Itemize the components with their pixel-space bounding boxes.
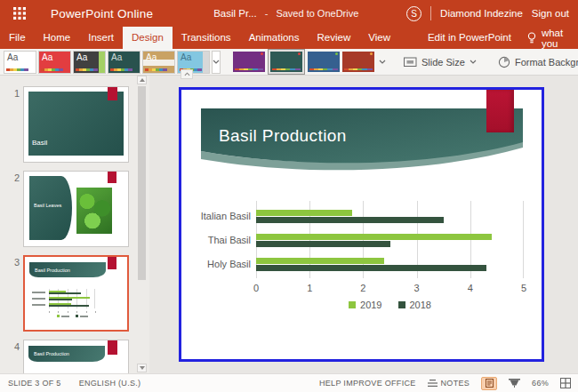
bar-2019-0 bbox=[256, 210, 352, 216]
variant-purple-variant[interactable] bbox=[233, 52, 265, 72]
format-background-button[interactable]: Format Background bbox=[494, 56, 578, 68]
editing-view-icon bbox=[486, 379, 494, 388]
help-improve-office-link[interactable]: HELP IMPROVE OFFICE bbox=[319, 379, 416, 388]
slide-thumbnail-panel: 1 Basil 2 Basil Leaves 3 bbox=[0, 76, 149, 373]
tab-home[interactable]: Home bbox=[35, 27, 80, 49]
title-separator: - bbox=[265, 8, 269, 19]
bar-2018-2 bbox=[49, 305, 89, 307]
category-label: Holy Basil bbox=[181, 259, 251, 269]
fit-to-window-icon bbox=[560, 378, 571, 388]
slide-3-editing-surface[interactable]: Basil Production Italian BasilThai Basil… bbox=[181, 90, 542, 359]
triangle-up-icon bbox=[140, 78, 145, 82]
slide-title-placeholder[interactable]: Basil Production bbox=[219, 126, 347, 146]
scroll-up-button[interactable] bbox=[137, 76, 147, 84]
theme-color-dots bbox=[110, 68, 132, 71]
legend-item-2019 bbox=[57, 315, 69, 317]
fit-to-window-button[interactable] bbox=[560, 378, 571, 388]
x-axis-tick: 1 bbox=[299, 283, 320, 293]
variants-dropdown-button[interactable] bbox=[379, 60, 386, 64]
tab-file[interactable]: File bbox=[0, 27, 35, 49]
variant-color-dots bbox=[344, 68, 373, 70]
document-title[interactable]: Basil Pr... bbox=[213, 8, 257, 19]
theme-office-theme[interactable]: Aa bbox=[4, 51, 36, 74]
variant-color-dots bbox=[309, 68, 338, 70]
bar-chart-object[interactable]: Italian BasilThai BasilHoly Basil0123452… bbox=[181, 201, 542, 321]
lightbulb-icon bbox=[527, 32, 536, 44]
variant-corner-dot bbox=[370, 52, 373, 55]
chart-plot-area bbox=[49, 289, 95, 308]
thumb4-title-banner: Basil Production bbox=[28, 346, 105, 362]
theme-aa-label: Aa bbox=[76, 52, 87, 62]
tab-transitions[interactable]: Transitions bbox=[173, 27, 240, 49]
variant-gallery bbox=[233, 49, 374, 75]
skype-icon[interactable]: S bbox=[406, 6, 421, 21]
variant-blue-variant[interactable] bbox=[308, 52, 340, 72]
variant-selected-frame bbox=[268, 49, 305, 75]
legend-swatch bbox=[76, 315, 78, 317]
topbar: PowerPoint Online Basil Pr... - Saved to… bbox=[0, 0, 578, 27]
slide-thumbnail-1[interactable]: Basil bbox=[23, 86, 129, 163]
sign-out-link[interactable]: Sign out bbox=[532, 8, 569, 19]
edit-in-powerpoint-button[interactable]: Edit in PowerPoint bbox=[419, 27, 520, 49]
theme-accent-band bbox=[99, 52, 105, 73]
slide-thumbnail-3-selected[interactable]: Basil Production bbox=[23, 255, 129, 332]
scrollbar-thumb[interactable] bbox=[138, 86, 146, 280]
workspace: 1 Basil 2 Basil Leaves 3 bbox=[0, 76, 578, 373]
tab-view[interactable]: View bbox=[359, 27, 399, 49]
notes-icon bbox=[428, 380, 438, 388]
category-label: Italian Basil bbox=[181, 211, 251, 221]
save-status[interactable]: Saved to OneDrive bbox=[276, 8, 358, 19]
thumb4-title: Basil Production bbox=[34, 351, 69, 356]
app-launcher-icon[interactable] bbox=[13, 7, 26, 20]
thumb-axis-tick bbox=[68, 311, 68, 313]
category-label: Thai Basil bbox=[181, 235, 251, 245]
variant-teal-variant[interactable] bbox=[270, 52, 302, 72]
chart-plot-area[interactable] bbox=[256, 201, 524, 278]
thumb3-mini-chart bbox=[25, 257, 127, 330]
variant-color-dots bbox=[272, 68, 301, 70]
theme-wood-theme[interactable]: Aa bbox=[142, 51, 175, 74]
theme-dark-teal-theme[interactable]: Aa bbox=[108, 51, 140, 74]
thumb1-red-ribbon bbox=[108, 87, 117, 100]
red-ribbon-accent[interactable] bbox=[486, 90, 514, 132]
notes-button[interactable]: NOTES bbox=[428, 379, 470, 388]
thumb2-red-ribbon bbox=[108, 172, 116, 183]
slideshow-view-button[interactable] bbox=[509, 379, 520, 388]
tab-review[interactable]: Review bbox=[309, 27, 360, 49]
bar-2019-1 bbox=[256, 234, 492, 240]
themes-dropdown-button[interactable] bbox=[212, 51, 221, 74]
slide-number: 4 bbox=[9, 340, 20, 373]
tab-design[interactable]: Design bbox=[123, 27, 173, 49]
theme-color-dots bbox=[76, 68, 98, 71]
thumb1-title: Basil bbox=[32, 139, 47, 147]
editing-canvas[interactable]: Basil Production Italian BasilThai Basil… bbox=[149, 76, 578, 373]
app-name[interactable]: PowerPoint Online bbox=[51, 7, 153, 20]
theme-red-theme[interactable]: Aa bbox=[38, 51, 71, 74]
scroll-down-button[interactable] bbox=[137, 364, 147, 372]
slide-size-button[interactable]: Slide Size bbox=[400, 57, 480, 68]
tab-animations[interactable]: Animations bbox=[240, 27, 309, 49]
variant-red-variant[interactable] bbox=[342, 52, 374, 72]
tell-me-box[interactable]: Tell me what you want to do bbox=[520, 27, 578, 49]
thumb-axis-tick bbox=[86, 311, 87, 313]
tab-insert[interactable]: Insert bbox=[79, 27, 123, 49]
user-name[interactable]: Diamond Indezine bbox=[440, 8, 523, 19]
thumb2-basil-photo bbox=[76, 188, 112, 234]
theme-charcoal-green-theme[interactable]: Aa bbox=[73, 51, 106, 74]
x-axis-tick: 5 bbox=[513, 283, 534, 293]
slide-thumbnail-2[interactable]: Basil Leaves bbox=[23, 171, 129, 247]
theme-aa-label: Aa bbox=[7, 52, 18, 62]
thumb-category-label bbox=[32, 298, 45, 300]
thumbnail-scrollbar[interactable] bbox=[137, 76, 147, 373]
theme-accent-band bbox=[203, 52, 209, 73]
slide-count-indicator: SLIDE 3 OF 5 bbox=[8, 379, 61, 388]
x-axis-tick: 2 bbox=[352, 283, 373, 293]
editing-view-button-active[interactable] bbox=[481, 377, 497, 390]
language-indicator[interactable]: ENGLISH (U.S.) bbox=[79, 379, 141, 388]
theme-color-dots bbox=[6, 68, 28, 71]
collapse-ribbon-button[interactable] bbox=[181, 69, 193, 79]
ribbon-tab-bar: File Home Insert Design Transitions Anim… bbox=[0, 27, 578, 49]
zoom-level[interactable]: 66% bbox=[532, 379, 549, 388]
variant-corner-dot bbox=[335, 52, 338, 55]
slide-thumbnail-4[interactable]: Basil Production bbox=[23, 340, 129, 373]
